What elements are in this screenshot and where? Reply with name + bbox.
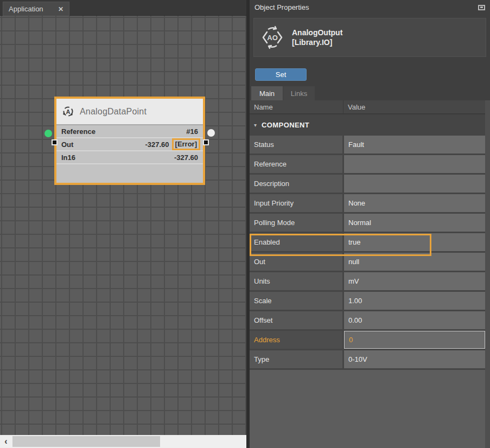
chevron-down-icon: ▾ <box>254 122 257 128</box>
node-slot-empty <box>56 164 203 178</box>
svg-text:AO: AO <box>267 34 278 42</box>
column-header-name: Name <box>254 103 273 111</box>
selection-handle-right[interactable] <box>203 139 209 145</box>
panel-right-gutter <box>485 100 490 448</box>
node-header[interactable]: A AnalogDataPoint <box>56 99 203 125</box>
horizontal-scrollbar[interactable]: ‹ <box>0 435 246 448</box>
set-button[interactable]: Set <box>255 68 307 81</box>
object-name: AnalogOutput <box>292 28 342 37</box>
column-header-value: Value <box>348 103 365 111</box>
node-title: AnalogDataPoint <box>80 107 147 117</box>
input-port-connected[interactable] <box>44 130 52 137</box>
row-offset[interactable]: Offset 0.00 <box>250 311 485 329</box>
property-name: Polling Mode <box>250 214 342 232</box>
node-analog-data-point[interactable]: A AnalogDataPoint Reference #16 Out -327… <box>54 97 205 185</box>
node-slot-value: #16 <box>186 127 198 136</box>
property-name: Type <box>250 350 342 368</box>
node-slot-out[interactable]: Out -327.60 [Error] <box>56 138 203 151</box>
property-name: Input Priority <box>250 194 342 212</box>
property-value[interactable]: 0-10V <box>344 350 485 368</box>
property-value[interactable]: 1.00 <box>344 292 485 310</box>
row-reference[interactable]: Reference <box>250 155 485 173</box>
node-slot-value: -327.60 <box>145 140 169 149</box>
node-type-icon: A <box>62 105 74 118</box>
canvas-tab-bar: Application ✕ <box>0 0 246 16</box>
property-rows: Status Fault Reference Description Input… <box>250 136 485 370</box>
property-value[interactable] <box>344 155 485 173</box>
analog-output-icon: AO <box>260 25 284 49</box>
panel-tabs: Main Links <box>251 86 315 100</box>
object-header-card: AO AnalogOutput [Library.IO] <box>253 18 486 57</box>
wiresheet-area: Application ✕ A AnalogDataPoint Referenc… <box>0 0 246 448</box>
node-slot-name: In16 <box>61 153 75 162</box>
property-value[interactable]: true <box>344 233 485 251</box>
row-out[interactable]: Out null <box>250 253 485 271</box>
section-component[interactable]: ▾ COMPONENT <box>250 116 485 134</box>
wiresheet-canvas[interactable]: A AnalogDataPoint Reference #16 Out -327… <box>0 16 246 435</box>
node-slot-value: -327.60 <box>174 153 198 162</box>
error-status-badge: [Error] <box>172 138 200 150</box>
object-library: [Library.IO] <box>292 37 342 47</box>
property-name: Offset <box>250 311 342 329</box>
row-status[interactable]: Status Fault <box>250 136 485 153</box>
panel-title-bar: Object Properties <box>250 0 490 15</box>
row-description[interactable]: Description <box>250 175 485 193</box>
property-name: Reference <box>250 155 342 173</box>
node-slot-name: Out <box>61 140 73 149</box>
selection-handle-left[interactable] <box>52 139 58 145</box>
property-table: Name Value ▾ COMPONENT Status Fault Refe… <box>250 100 485 448</box>
column-divider <box>343 100 343 114</box>
row-scale[interactable]: Scale 1.00 <box>250 292 485 310</box>
property-name: Enabled <box>250 233 342 251</box>
property-name: Scale <box>250 292 342 310</box>
section-label: COMPONENT <box>262 121 309 129</box>
node-slot-reference[interactable]: Reference #16 <box>56 125 203 138</box>
property-value[interactable]: Fault <box>344 136 485 153</box>
row-type[interactable]: Type 0-10V <box>250 350 485 368</box>
object-properties-panel: Object Properties AO AnalogOutput [Libra… <box>250 0 490 448</box>
table-header: Name Value <box>250 100 485 114</box>
property-value[interactable]: Normal <box>344 214 485 232</box>
node-slot-name: Reference <box>61 127 96 136</box>
property-value[interactable]: null <box>344 253 485 271</box>
property-name: Out <box>250 253 342 271</box>
row-input-priority[interactable]: Input Priority None <box>250 194 485 212</box>
scrollbar-thumb[interactable] <box>12 436 160 447</box>
row-enabled[interactable]: Enabled true <box>250 233 485 251</box>
svg-text:A: A <box>66 108 71 115</box>
tab-application-label: Application <box>9 5 43 13</box>
node-slot-in16[interactable]: In16 -327.60 <box>56 151 203 164</box>
tab-application[interactable]: Application ✕ <box>3 2 69 16</box>
property-name: Address <box>250 331 342 349</box>
output-port[interactable] <box>207 129 215 137</box>
property-name: Units <box>250 272 342 290</box>
property-value[interactable] <box>344 175 485 193</box>
property-value-editing[interactable]: 0 <box>344 331 485 349</box>
property-name: Status <box>250 136 342 153</box>
tab-main[interactable]: Main <box>251 86 283 100</box>
scroll-left-arrow-icon[interactable]: ‹ <box>0 435 12 448</box>
property-value[interactable]: None <box>344 194 485 212</box>
dock-window-icon[interactable] <box>478 5 485 10</box>
property-value[interactable]: mV <box>344 272 485 290</box>
table-empty-area <box>250 370 485 448</box>
panel-title: Object Properties <box>254 3 309 11</box>
property-value[interactable]: 0.00 <box>344 311 485 329</box>
row-polling-mode[interactable]: Polling Mode Normal <box>250 214 485 232</box>
row-address[interactable]: Address 0 <box>250 331 485 349</box>
close-icon[interactable]: ✕ <box>58 5 63 13</box>
property-name: Description <box>250 175 342 193</box>
tab-links[interactable]: Links <box>283 86 315 100</box>
row-units[interactable]: Units mV <box>250 272 485 290</box>
